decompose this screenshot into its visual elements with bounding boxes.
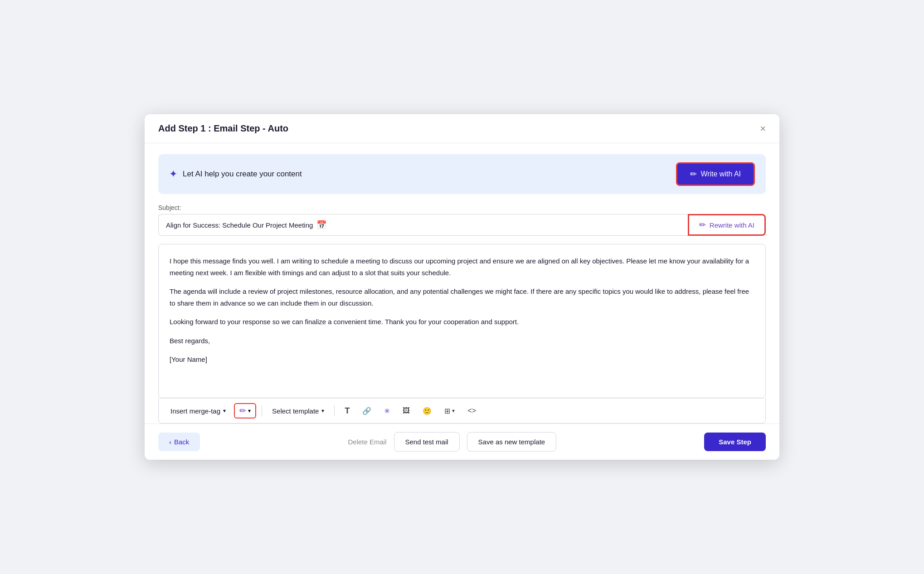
emoji-button[interactable]: 🙂	[418, 404, 436, 418]
email-paragraph-3: Looking forward to your response so we c…	[170, 316, 754, 328]
toolbar-divider-2	[334, 405, 335, 416]
delete-email-label: Delete Email	[348, 438, 386, 446]
email-paragraph-4: Best regards,	[170, 335, 754, 347]
table-icon: ⊞	[444, 407, 450, 415]
merge-tag-label: Insert merge-tag	[170, 407, 220, 415]
subject-row: Align for Success: Schedule Our Project …	[158, 214, 766, 236]
link-button[interactable]: 🔗	[358, 404, 376, 418]
pencil-icon-box[interactable]: ✏ ▾	[234, 403, 256, 418]
save-step-label: Save Step	[719, 438, 751, 446]
rewrite-ai-label: Rewrite with AI	[710, 221, 754, 229]
email-paragraph-1: I hope this message finds you well. I am…	[170, 255, 754, 278]
table-chevron-icon: ▾	[452, 408, 455, 414]
code-icon: <>	[467, 407, 476, 415]
ai-banner: ✦ Let AI help you create your content ✏ …	[158, 154, 766, 194]
close-icon[interactable]: ×	[760, 124, 766, 134]
link-icon: 🔗	[362, 407, 371, 415]
bold-icon: T	[345, 406, 350, 416]
select-template-label: Select template	[272, 407, 319, 415]
sparkle-icon: ✳	[384, 407, 390, 415]
insert-merge-tag-button[interactable]: Insert merge-tag ▾	[166, 404, 230, 418]
subject-text: Align for Success: Schedule Our Project …	[166, 221, 313, 229]
code-button[interactable]: <>	[463, 404, 481, 418]
pencil-chevron-icon: ▾	[248, 408, 251, 414]
select-template-chevron-icon: ▾	[321, 408, 324, 414]
modal-header: Add Step 1 : Email Step - Auto ×	[145, 114, 779, 143]
ai-banner-text: Let AI help you create your content	[183, 170, 302, 179]
send-test-mail-button[interactable]: Send test mail	[394, 432, 460, 452]
add-step-modal: Add Step 1 : Email Step - Auto × ✦ Let A…	[145, 114, 779, 460]
subject-input[interactable]: Align for Success: Schedule Our Project …	[158, 214, 688, 236]
save-template-label: Save as new template	[478, 438, 545, 446]
emoji-icon: 🙂	[423, 407, 432, 415]
rewrite-ai-button[interactable]: ✏ Rewrite with AI	[688, 214, 766, 236]
sparkle-button[interactable]: ✳	[379, 404, 394, 418]
table-button[interactable]: ⊞ ▾	[440, 404, 459, 418]
email-paragraph-5: [Your Name]	[170, 354, 754, 365]
ai-banner-left: ✦ Let AI help you create your content	[169, 168, 302, 180]
send-test-label: Send test mail	[405, 438, 448, 446]
delete-email-button[interactable]: Delete Email	[348, 438, 386, 446]
calendar-emoji: 📅	[316, 220, 326, 230]
select-template-button[interactable]: Select template ▾	[267, 404, 329, 418]
email-paragraph-2: The agenda will include a review of proj…	[170, 286, 754, 309]
pencil-icon: ✏	[239, 406, 246, 416]
write-ai-button[interactable]: ✏ Write with AI	[676, 162, 755, 186]
image-icon: 🖼	[403, 407, 410, 415]
rewrite-icon: ✏	[699, 220, 706, 230]
footer-center-actions: Delete Email Send test mail Save as new …	[348, 432, 556, 452]
editor-toolbar: Insert merge-tag ▾ ✏ ▾ Select template ▾…	[158, 398, 766, 423]
write-ai-pencil-icon: ✏	[690, 169, 697, 179]
merge-tag-chevron-icon: ▾	[223, 408, 226, 414]
back-label: Back	[174, 438, 189, 446]
save-step-button[interactable]: Save Step	[704, 433, 766, 451]
back-button[interactable]: ‹ Back	[158, 433, 200, 451]
sparkle-icon: ✦	[169, 168, 177, 180]
back-chevron-icon: ‹	[169, 438, 171, 446]
write-ai-label: Write with AI	[700, 170, 741, 178]
modal-title: Add Step 1 : Email Step - Auto	[158, 123, 288, 134]
email-body-area[interactable]: I hope this message finds you well. I am…	[158, 244, 766, 398]
toolbar-divider-1	[262, 405, 262, 416]
modal-footer: ‹ Back Delete Email Send test mail Save …	[145, 423, 779, 460]
image-button[interactable]: 🖼	[398, 404, 414, 418]
subject-label: Subject:	[158, 204, 766, 211]
save-as-new-template-button[interactable]: Save as new template	[467, 432, 557, 452]
modal-body: ✦ Let AI help you create your content ✏ …	[145, 143, 779, 423]
bold-button[interactable]: T	[340, 404, 354, 418]
